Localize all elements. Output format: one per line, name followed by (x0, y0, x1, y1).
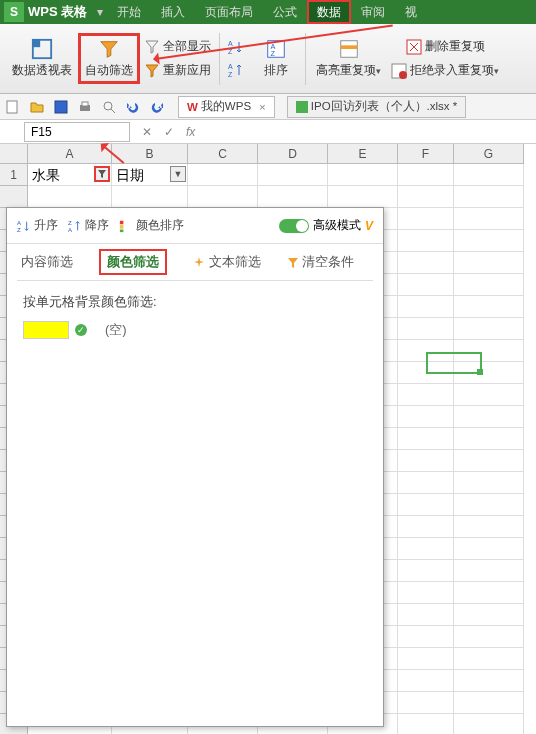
cell[interactable] (454, 604, 524, 626)
new-icon[interactable] (4, 98, 22, 116)
col-G[interactable]: G (454, 144, 524, 164)
autofilter-button[interactable]: 自动筛选 (78, 33, 140, 84)
cell[interactable] (454, 538, 524, 560)
cell[interactable] (454, 560, 524, 582)
cell[interactable] (454, 582, 524, 604)
cell-G1[interactable] (454, 164, 524, 186)
cell[interactable] (398, 230, 454, 252)
undo-icon[interactable] (124, 98, 142, 116)
cell[interactable] (398, 318, 454, 340)
cell[interactable] (454, 714, 524, 734)
sort-desc-button[interactable]: AZ (224, 60, 251, 80)
cell[interactable] (258, 186, 328, 208)
menu-start[interactable]: 开始 (107, 0, 151, 24)
cell[interactable] (398, 252, 454, 274)
cell[interactable] (398, 472, 454, 494)
fx-accept-icon[interactable]: ✓ (164, 125, 174, 139)
row-header-1[interactable]: 1 (0, 164, 28, 186)
select-all-corner[interactable] (0, 144, 28, 164)
tab-text-filter[interactable]: 文本筛选 (193, 253, 261, 271)
cell[interactable] (328, 186, 398, 208)
tab-file[interactable]: IPO回访列表（个人）.xlsx * (287, 96, 466, 118)
cell[interactable] (398, 692, 454, 714)
cell[interactable] (454, 494, 524, 516)
cell[interactable] (398, 450, 454, 472)
highlight-dup-button[interactable]: 高亮重复项▾ (310, 34, 387, 83)
reject-dup-button[interactable]: 拒绝录入重复项▾ (387, 60, 503, 81)
cell[interactable] (454, 208, 524, 230)
col-D[interactable]: D (258, 144, 328, 164)
cell[interactable] (454, 428, 524, 450)
menu-insert[interactable]: 插入 (151, 0, 195, 24)
color-option-yellow[interactable]: ✓ (空) (23, 321, 367, 339)
sort-desc-button[interactable]: ZA 降序 (68, 217, 109, 234)
cell[interactable] (398, 274, 454, 296)
cell-B1[interactable]: 日期 ▼ (112, 164, 188, 186)
cell[interactable] (398, 626, 454, 648)
cell[interactable] (454, 406, 524, 428)
cell[interactable] (398, 494, 454, 516)
row-header-2[interactable] (0, 186, 28, 208)
cell[interactable] (398, 406, 454, 428)
preview-icon[interactable] (100, 98, 118, 116)
col-C[interactable]: C (188, 144, 258, 164)
pivot-button[interactable]: 数据透视表 (6, 34, 78, 83)
fx-icon[interactable]: fx (186, 125, 195, 139)
formula-bar[interactable]: ✕ ✓ fx (134, 125, 536, 139)
open-icon[interactable] (28, 98, 46, 116)
cell[interactable] (454, 296, 524, 318)
cell[interactable] (454, 692, 524, 714)
cell[interactable] (398, 560, 454, 582)
name-box[interactable]: F15 (24, 122, 130, 142)
redo-icon[interactable] (148, 98, 166, 116)
cell[interactable] (188, 186, 258, 208)
cell[interactable] (454, 472, 524, 494)
cell[interactable] (454, 230, 524, 252)
cell[interactable] (454, 670, 524, 692)
menu-data[interactable]: 数据 (307, 0, 351, 24)
cell[interactable] (398, 428, 454, 450)
app-dropdown-icon[interactable]: ▾ (93, 5, 107, 19)
cell[interactable] (454, 384, 524, 406)
cell[interactable] (454, 648, 524, 670)
advanced-mode-toggle[interactable]: 高级模式 V (279, 217, 373, 234)
menu-formula[interactable]: 公式 (263, 0, 307, 24)
col-F[interactable]: F (398, 144, 454, 164)
delete-dup-button[interactable]: 删除重复项 (387, 36, 503, 57)
cell[interactable] (454, 252, 524, 274)
cell-A1[interactable]: 水果 (28, 164, 112, 186)
cell[interactable] (454, 450, 524, 472)
cell[interactable] (454, 626, 524, 648)
menu-layout[interactable]: 页面布局 (195, 0, 263, 24)
cell[interactable] (454, 516, 524, 538)
cell[interactable] (112, 186, 188, 208)
cell[interactable] (398, 582, 454, 604)
tab-mywps[interactable]: W我的WPS× (178, 96, 275, 118)
cell[interactable] (454, 274, 524, 296)
cell-E1[interactable] (328, 164, 398, 186)
col-E[interactable]: E (328, 144, 398, 164)
print-icon[interactable] (76, 98, 94, 116)
cell[interactable] (398, 296, 454, 318)
tab-content-filter[interactable]: 内容筛选 (21, 253, 73, 271)
tab-color-filter[interactable]: 颜色筛选 (99, 249, 167, 275)
cell[interactable] (398, 384, 454, 406)
cell-F1[interactable] (398, 164, 454, 186)
sort-asc-button[interactable]: AZ 升序 (17, 217, 58, 234)
color-sort-button[interactable]: 颜色排序 (119, 217, 184, 234)
cell-D1[interactable] (258, 164, 328, 186)
cell[interactable] (398, 714, 454, 734)
cell[interactable] (398, 604, 454, 626)
cell[interactable] (398, 186, 454, 208)
cell[interactable] (398, 538, 454, 560)
cell-C1[interactable] (188, 164, 258, 186)
cell[interactable] (398, 670, 454, 692)
filter-button-B1[interactable]: ▼ (170, 166, 186, 182)
cell[interactable] (398, 648, 454, 670)
cell[interactable] (398, 516, 454, 538)
tab-clear-filter[interactable]: 清空条件 (287, 253, 355, 271)
save-icon[interactable] (52, 98, 70, 116)
cell[interactable] (454, 186, 524, 208)
fx-cancel-icon[interactable]: ✕ (142, 125, 152, 139)
filter-button-A1[interactable] (94, 166, 110, 182)
